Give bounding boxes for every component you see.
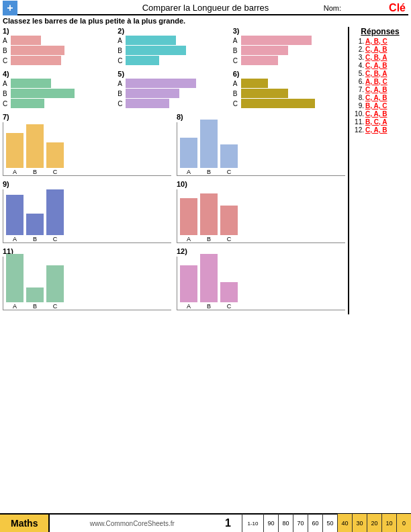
vbar-chart: ABC	[177, 257, 345, 310]
answer-item: 5.C, B, A	[352, 70, 408, 77]
bar	[241, 89, 288, 98]
answer-item: 7.C, A, B	[352, 86, 408, 93]
vbar-col: B	[200, 120, 218, 175]
bar	[26, 124, 44, 168]
bar	[26, 214, 44, 235]
answers-list: 1.A, B, C2.C, A, B3.C, B, A4.C, A, B5.C,…	[352, 38, 408, 134]
bar-label: A	[233, 37, 240, 44]
bar-label: C	[118, 57, 124, 64]
bar-label: A	[3, 80, 9, 87]
answer-item: 11.B, C, A	[352, 118, 408, 126]
vbar-chart: ABC	[3, 257, 171, 310]
bar-label: A	[118, 80, 124, 87]
bar-label: A	[187, 169, 191, 175]
problem-number: 3)	[233, 27, 345, 35]
vbar-col: B	[200, 254, 218, 310]
answer-item: 1.A, B, C	[352, 38, 408, 45]
hbar-row: C	[118, 56, 230, 65]
answers-panel: Réponses 1.A, B, C2.C, A, B3.C, B, A4.C,…	[348, 27, 408, 314]
bar-label: C	[227, 169, 232, 175]
bar	[46, 189, 64, 235]
answer-num: 4.	[352, 62, 364, 69]
problem-number: 2)	[118, 27, 230, 35]
vbar-col: A	[180, 198, 197, 242]
hbar-row: B	[3, 46, 115, 55]
answer-item: 2.C, A, B	[352, 46, 408, 53]
hbar-problem: 4)ABC	[3, 70, 115, 109]
bar-label: C	[227, 236, 232, 242]
vbar-col: B	[26, 214, 44, 242]
footer-maths-label: Maths	[0, 515, 50, 532]
bar-label: B	[207, 169, 211, 175]
bar-label: C	[53, 303, 58, 310]
bar	[241, 79, 268, 88]
answer-val: A, B, C	[365, 78, 387, 85]
score-range: 1-10	[242, 514, 263, 532]
score-box: 20	[367, 514, 381, 532]
score-box: 40	[337, 514, 352, 532]
footer: Maths www.CommonCoreSheets.fr 1 1-109080…	[0, 513, 411, 532]
answer-val: B, A, C	[365, 102, 387, 109]
hbar-row: A	[233, 79, 345, 88]
vbar-col: C	[46, 189, 64, 242]
bar	[26, 287, 44, 302]
answer-num: 12.	[352, 126, 364, 134]
bar	[200, 120, 218, 168]
vbar-chart: ABC	[177, 189, 345, 243]
hbar-row-1: 1)ABC2)ABC3)ABC	[3, 27, 345, 66]
hbar-row-2: 4)ABC5)ABC6)ABC	[3, 70, 345, 109]
bar	[46, 142, 64, 168]
answer-num: 8.	[352, 94, 364, 101]
bar	[126, 36, 176, 45]
bar	[11, 99, 44, 108]
bar-label: A	[187, 303, 191, 310]
exercises-area: 1)ABC2)ABC3)ABC 4)ABC5)ABC6)ABC 7)ABC8)A…	[3, 27, 347, 314]
bar-label: C	[53, 169, 58, 175]
bar	[180, 198, 197, 235]
answer-item: 4.C, A, B	[352, 62, 408, 69]
bar-label: A	[118, 37, 124, 44]
answer-num: 10.	[352, 110, 364, 118]
bar	[241, 99, 315, 108]
bar	[126, 46, 186, 55]
hbar-problem: 5)ABC	[118, 70, 230, 109]
score-box: 70	[293, 514, 308, 532]
hbar-row: A	[3, 79, 115, 88]
bar	[11, 36, 41, 45]
answer-item: 3.C, B, A	[352, 54, 408, 61]
bar-label: B	[118, 47, 124, 54]
vbar-problem: 7)ABC	[3, 113, 171, 176]
bar-label: B	[3, 90, 9, 97]
bar	[11, 46, 64, 55]
score-box: 90	[263, 514, 278, 532]
answer-item: 12.C, A, B	[352, 126, 408, 134]
hbar-row: C	[118, 99, 230, 108]
bar	[6, 254, 24, 302]
hbar-problem: 2)ABC	[118, 27, 230, 66]
hbar-row: B	[118, 46, 230, 55]
bar	[241, 56, 278, 65]
vbar-col: C	[220, 282, 238, 310]
bar	[11, 89, 75, 98]
cle-label: Clé	[389, 2, 406, 14]
bar	[220, 282, 238, 302]
answer-val: C, A, B	[365, 94, 387, 101]
answer-item: 10.C, A, B	[352, 110, 408, 118]
bar-label: C	[233, 57, 240, 64]
answer-num: 3.	[352, 54, 364, 61]
answer-val: C, A, B	[365, 46, 387, 53]
vbar-problem: 8)ABC	[177, 113, 345, 176]
bar	[46, 265, 64, 302]
vbar-col: A	[6, 195, 24, 242]
vbar-chart: ABC	[3, 122, 171, 176]
bar-label: B	[207, 303, 211, 310]
score-box: 30	[352, 514, 367, 532]
score-box: 10	[381, 514, 396, 532]
vbar-chart: ABC	[177, 122, 345, 176]
nom-label: Nom:	[324, 4, 341, 12]
header: Comparer la Longueur de barres Nom: Clé	[3, 3, 408, 15]
bar	[126, 56, 159, 65]
bar-label: A	[13, 236, 17, 242]
answer-num: 2.	[352, 46, 364, 53]
problem-number: 1)	[3, 27, 115, 35]
